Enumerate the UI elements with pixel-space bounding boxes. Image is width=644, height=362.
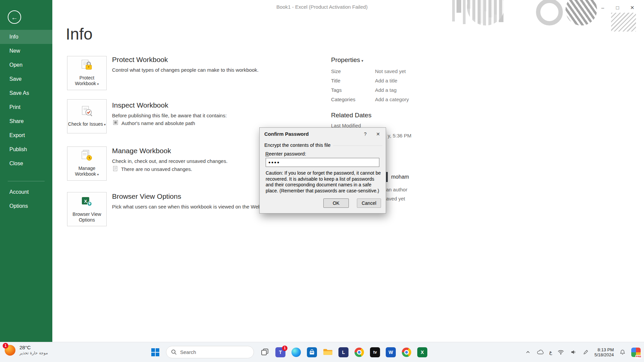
maximize-button[interactable]: □	[612, 2, 623, 13]
confirm-password-dialog: Confirm Password ? ✕ Encrypt the content…	[259, 127, 386, 214]
tray-chevron-up-icon[interactable]	[524, 349, 532, 356]
add-author-fragment[interactable]: an author	[386, 187, 407, 192]
sidebar-item-account[interactable]: Account	[0, 185, 52, 199]
start-button[interactable]	[150, 347, 160, 357]
manage-workbook-label: Manage Workbook	[75, 166, 96, 177]
prop-value-size: Not saved yet	[375, 68, 406, 74]
prop-label-title: Title	[331, 78, 340, 83]
app-l-icon[interactable]: L	[338, 347, 348, 357]
last-modified-value-fragment: y, 5:36 PM	[388, 133, 412, 138]
sidebar-item-save[interactable]: Save	[0, 72, 52, 86]
inspect-workbook-bullet: Author's name and absolute path	[113, 120, 195, 126]
properties-title: Properties	[331, 56, 360, 63]
chrome-icon-2[interactable]	[401, 347, 412, 357]
word-icon[interactable]: W	[386, 347, 396, 357]
onedrive-cloud-icon[interactable]	[537, 349, 544, 356]
dropdown-caret-icon: ▾	[97, 173, 99, 176]
pre-app-icon[interactable]: PRE	[631, 348, 641, 357]
microsoft-store-icon[interactable]	[307, 347, 317, 357]
system-tray: ع 8:13 PM 5/18/2024	[524, 342, 641, 362]
sidebar-item-options[interactable]: Options	[0, 199, 52, 213]
notification-bell-icon[interactable]	[619, 349, 626, 356]
sidebar-item-export[interactable]: Export	[0, 128, 52, 142]
teams-notification-badge: 1	[282, 346, 287, 351]
back-button[interactable]: ←	[8, 10, 21, 24]
manage-workbook-icon	[80, 150, 93, 163]
pen-icon[interactable]	[582, 349, 589, 356]
browser-view-options-button[interactable]: X Browser View Options	[67, 192, 107, 226]
weather-alert-badge: 1	[3, 343, 8, 349]
protect-lock-icon	[80, 59, 93, 73]
tray-time: 8:13 PM	[598, 347, 614, 352]
task-view-button[interactable]	[260, 347, 270, 357]
sidebar-divider	[8, 181, 45, 181]
prop-label-tags: Tags	[331, 87, 342, 93]
word-letter: W	[388, 350, 393, 355]
prop-value-title[interactable]: Add a title	[375, 78, 397, 83]
excel-backstage-window: Book1 - Excel (Product Activation Failed…	[0, 0, 644, 362]
dialog-close-button[interactable]: ✕	[374, 130, 382, 138]
language-indicator[interactable]: ع	[549, 349, 552, 355]
dialog-help-button[interactable]: ?	[361, 130, 370, 138]
task-view-icon	[261, 348, 269, 356]
backstage-sidebar: ← Info New Open Save Save As Print Share…	[0, 0, 52, 342]
protect-workbook-heading: Protect Workbook	[112, 56, 168, 64]
taskbar: 1 28°C موجة حارة تحذير	[0, 342, 644, 362]
protect-workbook-button[interactable]: Protect Workbook▾	[67, 56, 107, 90]
author-name-fragment: moham	[391, 174, 409, 180]
sidebar-item-close[interactable]: Close	[0, 157, 52, 171]
sidebar-item-save-as[interactable]: Save As	[0, 86, 52, 100]
ok-button[interactable]: OK	[323, 198, 349, 208]
tv-letters: tv	[373, 350, 377, 355]
weather-icon: 1	[5, 345, 15, 356]
edge-icon[interactable]	[291, 347, 301, 357]
teams-icon[interactable]: T 1	[275, 347, 285, 357]
sidebar-item-new[interactable]: New	[0, 44, 52, 58]
manage-bullet-text: There are no unsaved changes.	[121, 166, 192, 172]
group-divider	[333, 145, 382, 146]
chrome-logo	[402, 348, 411, 357]
teams-letter: T	[279, 350, 282, 355]
sidebar-footer: Account Options	[0, 185, 52, 213]
sidebar-item-open[interactable]: Open	[0, 58, 52, 72]
browser-view-icon: X	[80, 196, 93, 209]
sidebar-item-info[interactable]: Info	[0, 30, 52, 44]
minimize-button[interactable]: –	[597, 2, 608, 13]
inspect-document-icon	[80, 106, 93, 119]
pre-label: PRE	[635, 355, 642, 358]
sidebar-item-share[interactable]: Share	[0, 114, 52, 128]
clock[interactable]: 8:13 PM 5/18/2024	[594, 347, 614, 357]
related-dates-heading: Related Dates	[331, 112, 371, 119]
sidebar-item-publish[interactable]: Publish	[0, 142, 52, 157]
back-arrow-icon: ←	[11, 14, 18, 21]
properties-flyout[interactable]: Properties▾	[331, 56, 363, 64]
manage-workbook-button[interactable]: Manage Workbook▾	[67, 146, 107, 181]
search-icon	[171, 349, 177, 355]
chrome-icon[interactable]	[354, 347, 364, 357]
file-explorer-icon[interactable]	[323, 347, 333, 357]
unsaved-changes-icon	[113, 166, 118, 172]
sidebar-item-print[interactable]: Print	[0, 100, 52, 114]
apple-tv-icon[interactable]: tv	[370, 347, 380, 357]
check-for-issues-button[interactable]: Check for Issues▾	[67, 99, 107, 133]
close-button[interactable]: ✕	[627, 2, 638, 13]
prop-value-tags[interactable]: Add a tag	[375, 87, 396, 93]
wifi-icon[interactable]	[557, 349, 565, 356]
search-box[interactable]: Search	[166, 346, 254, 358]
decorative-hatch	[611, 13, 636, 32]
decorative-bars	[452, 0, 503, 24]
check-for-issues-label: Check for Issues	[68, 121, 103, 127]
browser-view-options-heading: Browser View Options	[112, 192, 181, 200]
prop-value-categories[interactable]: Add a category	[375, 97, 409, 102]
sidebar-nav: Info New Open Save Save As Print Share E…	[0, 30, 52, 171]
cancel-button[interactable]: Cancel	[357, 198, 381, 208]
excel-icon[interactable]: X	[417, 347, 427, 357]
volume-icon[interactable]	[570, 349, 577, 356]
weather-widget[interactable]: 1 28°C موجة حارة تحذير	[5, 345, 48, 356]
dropdown-caret-icon: ▾	[104, 123, 106, 126]
password-input[interactable]: ●●●●	[266, 158, 379, 167]
browser-view-options-desc: Pick what users can see when this workbo…	[112, 204, 262, 209]
document-property-icon	[113, 120, 118, 126]
prop-label-size: Size	[331, 68, 341, 74]
windows-logo-icon	[151, 348, 160, 357]
